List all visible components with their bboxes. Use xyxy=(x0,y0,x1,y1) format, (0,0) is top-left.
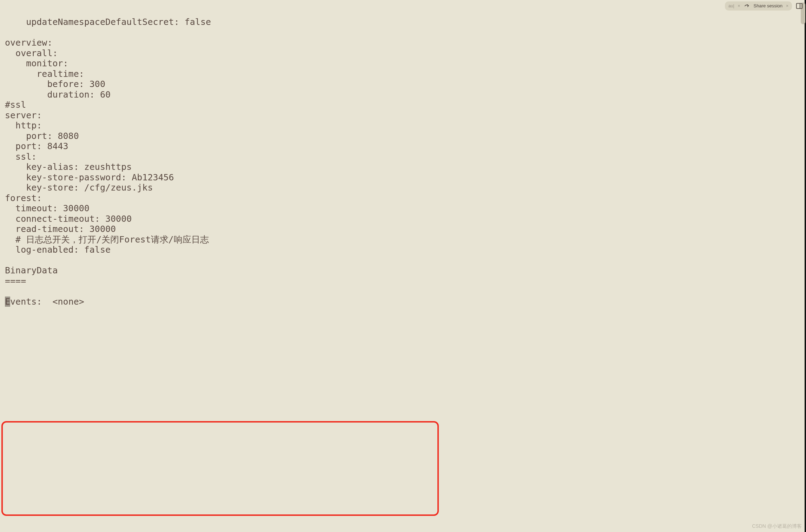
code-line: overview: xyxy=(5,38,52,48)
terminal-content[interactable]: updateNamespaceDefaultSecret: false over… xyxy=(0,0,806,307)
share-icon[interactable] xyxy=(744,3,750,9)
code-line: key-alias: zeushttps xyxy=(5,162,132,172)
code-line: ssl: xyxy=(5,152,37,162)
code-line: ==== xyxy=(5,276,26,286)
code-line: #ssl xyxy=(5,100,26,110)
toolbar-pill: au| × Share session × xyxy=(725,1,792,11)
code-line: duration: 60 xyxy=(5,89,111,100)
window-right-edge xyxy=(805,0,806,532)
code-line: read-timeout: 30000 xyxy=(5,224,116,234)
code-line: server: xyxy=(5,110,42,120)
code-line: updateNamespaceDefaultSecret: false xyxy=(5,17,211,27)
pill-hint-text: au| xyxy=(728,4,734,8)
code-line: connect-timeout: 30000 xyxy=(5,214,132,224)
pill-x-icon[interactable]: × xyxy=(738,4,740,8)
toolbar: au| × Share session × xyxy=(725,1,803,11)
code-line: # 日志总开关，打开/关闭Forest请求/响应日志 xyxy=(5,234,209,245)
share-session-button[interactable]: Share session xyxy=(754,3,782,8)
code-line: timeout: 30000 xyxy=(5,203,90,213)
code-line: forest: xyxy=(5,193,42,203)
code-line: port: 8443 xyxy=(5,141,68,151)
code-line: key-store-password: Ab123456 xyxy=(5,172,174,182)
code-line: http: xyxy=(5,120,42,131)
code-line: before: 300 xyxy=(5,79,105,89)
code-line: vents: <none> xyxy=(10,297,84,307)
code-line: overall: xyxy=(5,48,58,58)
code-line: port: 8080 xyxy=(5,131,79,141)
svg-rect-0 xyxy=(797,4,802,9)
watermark: CSDN @小诸葛的博客 xyxy=(752,523,802,529)
annotation-highlight-box xyxy=(1,421,439,516)
pill-x-icon-2[interactable]: × xyxy=(786,4,788,8)
terminal-cursor: E xyxy=(5,297,10,307)
code-line: log-enabled: false xyxy=(5,245,111,255)
code-line: realtime: xyxy=(5,69,84,79)
code-line: BinaryData xyxy=(5,265,58,275)
panel-toggle-icon[interactable] xyxy=(795,2,803,10)
code-line: monitor: xyxy=(5,58,68,68)
code-line: key-store: /cfg/zeus.jks xyxy=(5,182,153,193)
